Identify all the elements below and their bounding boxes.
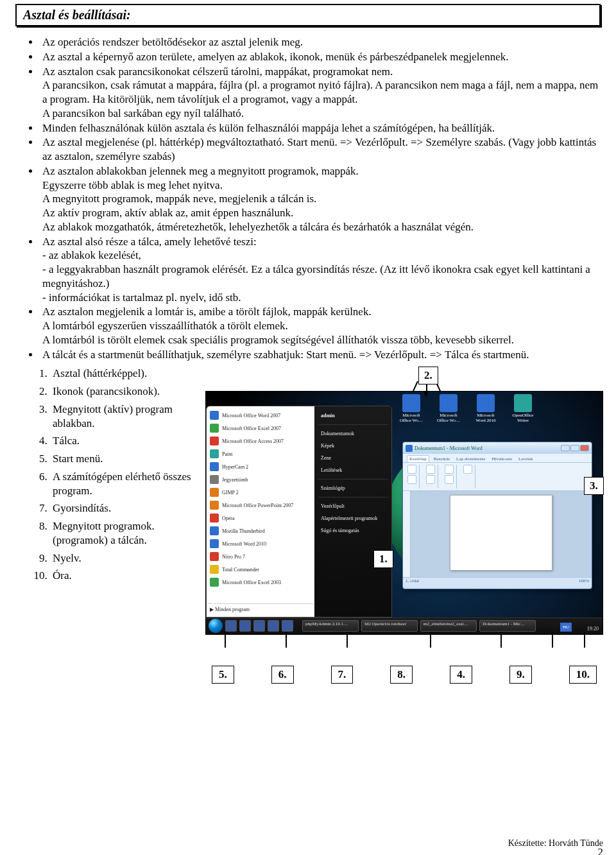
quick-launch-item[interactable]	[282, 620, 293, 632]
program-label: Mozilla Thunderbird	[222, 528, 265, 534]
callout-2: 2.	[418, 367, 438, 384]
start-menu-program-item[interactable]: Total Commander	[208, 563, 313, 576]
callout-label: 4.	[450, 666, 472, 684]
language-indicator[interactable]: HU	[560, 623, 572, 632]
paste-button[interactable]	[407, 475, 416, 484]
quick-launch-item[interactable]	[239, 620, 251, 632]
desktop-icons: Microsoft Office Wo…Microsoft Office Wo……	[398, 394, 536, 423]
taskbar-item[interactable]: Dokumentum1 - Mic…	[479, 620, 536, 632]
quick-launch-item[interactable]	[225, 620, 237, 632]
shortcut-label: OpenOffice Writer	[510, 413, 536, 423]
quick-launch-item[interactable]	[268, 620, 279, 632]
all-programs-item[interactable]: ▶ Minden program	[208, 603, 313, 614]
shortcut-icon	[402, 394, 420, 412]
program-label: HyperCam 2	[222, 464, 248, 470]
start-menu-place-item[interactable]: Képek	[318, 440, 388, 451]
start-menu-place-item[interactable]: Dokumentumok	[318, 428, 388, 439]
shortcut-icon	[440, 394, 458, 412]
program-label: Microsoft Office Excel 2007	[222, 426, 281, 431]
start-menu-program-item[interactable]: Microsoft Office PowerPoint 2007	[208, 499, 313, 512]
align-center-button[interactable]	[445, 475, 454, 484]
desktop-shortcut[interactable]: Microsoft Office Wo…	[398, 394, 424, 423]
desktop-shortcut[interactable]: OpenOffice Writer	[510, 394, 536, 423]
system-tray: HU 19:20	[545, 618, 603, 634]
program-icon	[210, 526, 219, 535]
align-left-button[interactable]	[445, 465, 454, 474]
ribbon-tabs: KezdőlapBeszúrásLap elrendezéseHivatkozá…	[403, 454, 592, 463]
document-page[interactable]	[450, 495, 552, 571]
section-title: Asztal és beállításai:	[15, 4, 601, 26]
ribbon-tab[interactable]: Levelek	[517, 456, 535, 462]
program-icon	[210, 462, 219, 471]
document-area[interactable]	[403, 491, 592, 577]
start-menu-place-item[interactable]: admin	[318, 410, 388, 421]
taskbar-item[interactable]: phpMyAdmin 2.10.1…	[302, 620, 359, 632]
start-menu-places: adminDokumentumokKépekZeneLetöltésekSzám…	[314, 406, 391, 617]
start-menu-program-item[interactable]: Mozilla Thunderbird	[208, 524, 313, 537]
styles-icon[interactable]	[463, 465, 472, 474]
start-menu-program-item[interactable]: GIMP 2	[208, 486, 313, 499]
ribbon-tab[interactable]: Kezdőlap	[407, 455, 429, 462]
numbered-item: Óra.	[50, 569, 193, 583]
numbered-item: Megnyitott programok. (programok) a tálc…	[50, 519, 193, 548]
start-menu-program-item[interactable]: Opera	[208, 512, 313, 524]
window-titlebar[interactable]: Dokumentum1 - Microsoft Word	[403, 442, 592, 454]
numbered-list: Asztal (háttérképpel).Ikonok (parancsiko…	[13, 367, 193, 583]
start-menu-place-item[interactable]: Számítógép	[318, 483, 388, 494]
program-label: Opera	[222, 515, 235, 521]
minimize-button[interactable]	[561, 445, 570, 451]
desktop-shortcut[interactable]: Microsoft Office Wo…	[436, 394, 461, 423]
taskbar-item[interactable]: m2_elméletrész2_ezal…	[420, 620, 477, 632]
program-label: Jegyzettömb	[222, 477, 248, 483]
italic-button[interactable]	[426, 475, 435, 484]
shortcut-label: Microsoft Word 2010	[473, 413, 499, 423]
numbered-item: Gyorsindítás.	[50, 501, 193, 515]
maximize-button[interactable]	[570, 445, 579, 451]
program-icon	[210, 539, 219, 548]
ribbon-tab[interactable]: Hivatkozás	[490, 456, 514, 462]
taskbar-item[interactable]: M2 Operációs rendszer	[361, 620, 418, 632]
clipboard-icon[interactable]	[407, 465, 416, 474]
program-icon	[210, 501, 219, 510]
bold-button[interactable]	[426, 465, 435, 474]
desktop-shortcut[interactable]: Microsoft Word 2010	[473, 394, 499, 423]
callout-1: 1.	[373, 550, 393, 568]
start-menu-place-item[interactable]: Zene	[318, 453, 388, 463]
desktop-figure: 2. 3. 1. Microsoft Office Wo…Microsoft O…	[205, 376, 603, 645]
ribbon-tab[interactable]: Beszúrás	[432, 456, 452, 462]
start-menu-program-item[interactable]: Paint	[208, 447, 313, 460]
callout-label: 10.	[569, 666, 597, 684]
start-menu-place-item[interactable]: Vezérlőpult	[318, 501, 388, 512]
start-menu-place-item[interactable]: Letöltések	[318, 465, 388, 476]
start-menu-program-item[interactable]: Microsoft Office Excel 2007	[208, 422, 313, 435]
word-window[interactable]: Dokumentum1 - Microsoft Word KezdőlapBes…	[402, 442, 592, 589]
title-text: Asztal és beállításai:	[23, 8, 131, 22]
start-menu-program-item[interactable]: Jegyzettömb	[208, 473, 313, 486]
program-label: Microsoft Office Word 2007	[222, 413, 280, 419]
callout-label: 8.	[390, 666, 413, 684]
program-icon	[210, 565, 219, 574]
callout-label: 9.	[509, 666, 532, 684]
start-menu[interactable]: Microsoft Office Word 2007Microsoft Offi…	[206, 406, 392, 618]
callout-label: 5.	[212, 666, 234, 684]
program-icon	[210, 488, 219, 497]
start-menu-program-item[interactable]: Nitro Pro 7	[208, 550, 313, 563]
start-menu-program-item[interactable]: Microsoft Office Access 2007	[208, 435, 313, 447]
program-icon	[210, 424, 219, 433]
quick-launch-item[interactable]	[253, 620, 265, 632]
start-menu-place-item[interactable]: Alapértelmezett programok	[318, 513, 388, 524]
start-menu-program-item[interactable]: Microsoft Office Excel 2003	[208, 576, 313, 589]
program-icon	[210, 552, 219, 561]
start-menu-place-item[interactable]: Súgó és támogatás	[318, 525, 388, 536]
start-menu-program-item[interactable]: Microsoft Word 2010	[208, 537, 313, 550]
callout-label: 7.	[331, 666, 354, 684]
program-label: Nitro Pro 7	[222, 554, 245, 560]
vertical-ruler	[403, 491, 411, 577]
clock[interactable]: 19:20	[587, 626, 599, 632]
shortcut-icon	[477, 394, 495, 412]
desktop-screenshot: Microsoft Office Wo…Microsoft Office Wo……	[205, 391, 603, 635]
ribbon-tab[interactable]: Lap elrendezése	[454, 456, 487, 462]
close-button[interactable]	[580, 445, 589, 451]
start-menu-program-item[interactable]: HyperCam 2	[208, 460, 313, 473]
start-menu-program-item[interactable]: Microsoft Office Word 2007	[208, 409, 313, 422]
